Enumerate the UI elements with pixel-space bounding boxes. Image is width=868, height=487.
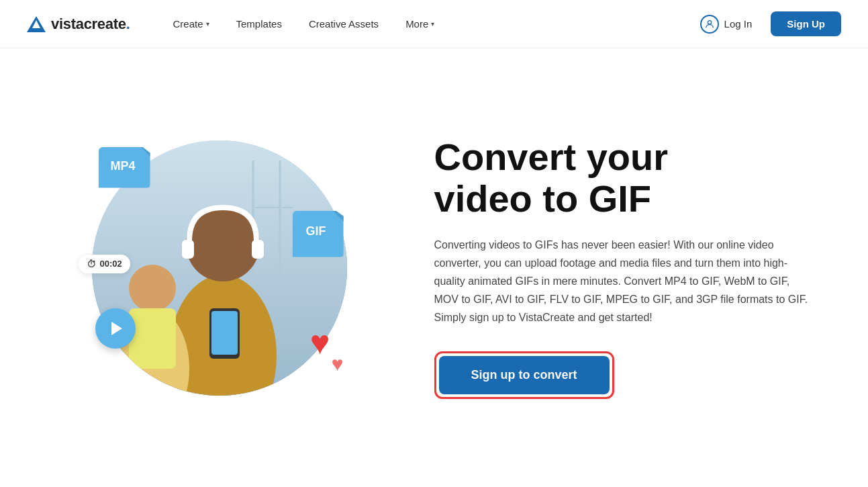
sign-up-to-convert-button[interactable]: Sign up to convert xyxy=(439,356,610,394)
chevron-down-icon: ▾ xyxy=(206,20,209,28)
hero-content: Convert your video to GIF Converting vid… xyxy=(434,136,810,398)
header: vistacreate. Create ▾ Templates Creative… xyxy=(0,0,868,48)
heart-icon-large: ♥ xyxy=(310,323,330,362)
signup-button[interactable]: Sign Up xyxy=(771,11,841,36)
hero-description: Converting videos to GIFs has never been… xyxy=(434,236,810,327)
login-button[interactable]: Log In xyxy=(692,9,761,39)
svg-rect-13 xyxy=(129,308,176,369)
nav-creative-assets[interactable]: Creative Assets xyxy=(298,13,389,35)
play-button[interactable] xyxy=(95,308,136,349)
nav-create[interactable]: Create ▾ xyxy=(162,13,220,35)
hero-title: Convert your video to GIF xyxy=(434,136,810,219)
nav-more[interactable]: More ▾ xyxy=(395,13,445,35)
nav-templates[interactable]: Templates xyxy=(226,13,293,35)
user-icon xyxy=(700,15,719,34)
svg-rect-10 xyxy=(211,311,238,355)
main-nav: Create ▾ Templates Creative Assets More … xyxy=(162,13,692,35)
hero-illustration: MP4 GIF ⏱ 00:02 ♥ ♥ xyxy=(58,107,381,429)
svg-point-0 xyxy=(708,20,711,24)
svg-rect-8 xyxy=(252,240,264,259)
logo-wordmark: vistacreate. xyxy=(51,15,130,33)
heart-icon-small: ♥ xyxy=(332,353,344,375)
logo-triangle-icon xyxy=(27,16,46,32)
mp4-tag: MP4 xyxy=(99,147,150,188)
timer-badge: ⏱ 00:02 xyxy=(79,255,130,273)
gif-tag: GIF xyxy=(293,211,344,257)
play-icon xyxy=(111,322,122,335)
chevron-down-icon: ▾ xyxy=(431,20,434,28)
logo[interactable]: vistacreate. xyxy=(27,15,130,33)
svg-rect-7 xyxy=(182,240,194,259)
clock-icon: ⏱ xyxy=(87,259,96,269)
cta-button-wrapper: Sign up to convert xyxy=(434,351,614,399)
svg-point-12 xyxy=(129,265,176,312)
main-content: MP4 GIF ⏱ 00:02 ♥ ♥ Convert your video t… xyxy=(0,48,868,487)
header-actions: Log In Sign Up xyxy=(692,9,841,39)
